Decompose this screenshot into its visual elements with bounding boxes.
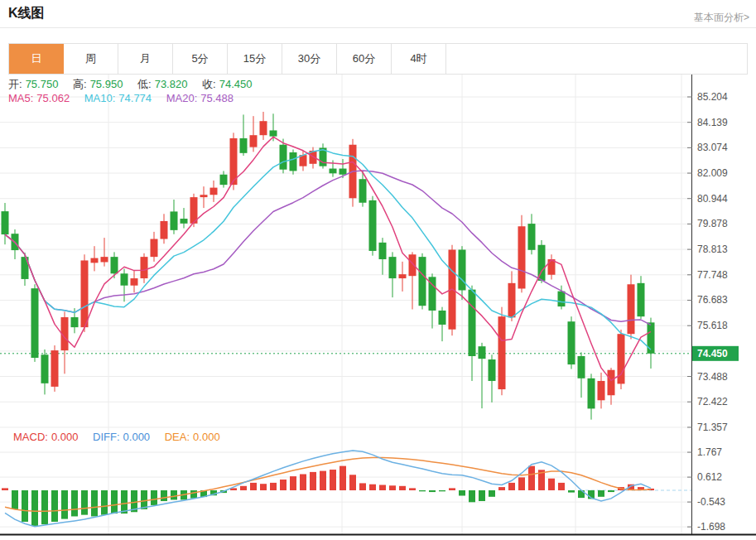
macd-bar-39 xyxy=(389,485,396,490)
axis-tick-label: 83.074 xyxy=(697,142,728,153)
macd-bar-16 xyxy=(161,490,167,501)
macd-label: MACD: xyxy=(13,431,48,443)
candle-49 xyxy=(489,354,496,403)
macd-bar-26 xyxy=(260,484,267,490)
macd-bar-14 xyxy=(141,490,147,509)
macd-bar-57 xyxy=(568,490,575,493)
candle-63 xyxy=(628,275,635,340)
candle-15 xyxy=(151,232,158,262)
macd-bar-17 xyxy=(171,490,177,499)
candle-64 xyxy=(638,276,645,319)
ma-legend: MA5:75.062 MA10:74.774 MA20:75.488 xyxy=(8,92,237,104)
tab-15min[interactable]: 15分 xyxy=(228,44,282,74)
macd-bar-43 xyxy=(429,490,436,492)
macd-bar-3 xyxy=(31,490,38,526)
candle-57 xyxy=(568,316,575,369)
candle-17 xyxy=(171,200,178,234)
macd-bar-48 xyxy=(479,490,485,501)
candle-50 xyxy=(498,307,506,396)
candle-58 xyxy=(578,352,585,398)
ma20-value: 75.488 xyxy=(200,92,234,104)
macd-bar-33 xyxy=(330,470,336,490)
low-label: 低: xyxy=(137,78,152,90)
candle-6 xyxy=(61,311,69,374)
axis-tick-label: -1.698 xyxy=(697,521,725,533)
macd-bar-0 xyxy=(2,488,8,490)
tab-month[interactable]: 月 xyxy=(118,44,173,74)
macd-bar-1 xyxy=(12,490,18,509)
macd-bar-61 xyxy=(608,490,614,492)
candle-37 xyxy=(369,196,377,256)
diff-value: 0.000 xyxy=(123,431,151,443)
tab-4hour[interactable]: 4时 xyxy=(392,44,446,74)
fundamental-analysis-link[interactable]: 基本面分析> xyxy=(694,11,749,25)
macd-bar-19 xyxy=(190,490,197,499)
macd-bar-42 xyxy=(419,490,426,491)
tab-week[interactable]: 周 xyxy=(64,44,118,74)
macd-bar-44 xyxy=(439,490,445,491)
axis-tick-label: 76.683 xyxy=(697,294,728,306)
candle-4 xyxy=(41,350,49,394)
header-divider xyxy=(0,27,756,28)
ma20-label: MA20: xyxy=(166,92,198,104)
low-value: 73.820 xyxy=(155,78,188,90)
interval-tabbar: 日周月5分15分30分60分4时 xyxy=(8,43,748,75)
candle-14 xyxy=(141,253,148,283)
ma5-label: MA5: xyxy=(8,92,33,104)
ma10-value: 74.774 xyxy=(118,92,152,104)
candle-55 xyxy=(548,254,556,279)
candle-53 xyxy=(528,214,536,254)
candle-42 xyxy=(419,253,426,310)
tab-day[interactable]: 日 xyxy=(9,44,64,74)
axis-tick-label: -0.543 xyxy=(697,496,725,508)
candle-48 xyxy=(479,343,486,408)
macd-bar-38 xyxy=(379,485,386,491)
macd-bar-60 xyxy=(598,490,604,497)
axis-tick-label: 84.139 xyxy=(697,117,728,128)
candle-29 xyxy=(290,149,297,174)
macd-bar-56 xyxy=(558,483,565,490)
axis-tick-label: 79.878 xyxy=(697,218,728,229)
tab-30min[interactable]: 30分 xyxy=(282,44,337,74)
macd-value: 0.000 xyxy=(51,431,79,443)
ma10-label: MA10: xyxy=(84,92,116,104)
kline-page: { "header": { "title": "K线图", "link_labe… xyxy=(0,0,756,540)
axis-tick-label: 82.009 xyxy=(697,167,728,179)
candle-10 xyxy=(101,238,108,267)
current-price-tag: 74.450 xyxy=(692,346,739,361)
high-value: 75.950 xyxy=(90,78,123,90)
candle-61 xyxy=(608,368,615,405)
ohlc-legend: 开:75.750 高:75.950 低:73.820 收:74.450 xyxy=(8,77,255,92)
macd-bar-28 xyxy=(280,480,287,490)
close-label: 收: xyxy=(202,78,216,90)
dea-label: DEA: xyxy=(165,431,190,443)
tab-60min[interactable]: 60分 xyxy=(337,44,392,74)
candle-32 xyxy=(320,143,327,168)
candle-65 xyxy=(648,318,655,369)
candle-25 xyxy=(250,116,258,152)
axis-tick-label: 1.767 xyxy=(697,446,722,458)
gridlines-layer xyxy=(0,75,691,535)
open-label: 开: xyxy=(8,78,22,90)
candle-1 xyxy=(12,229,19,259)
candle-5 xyxy=(51,345,59,392)
tab-5min[interactable]: 5分 xyxy=(173,44,228,74)
axis-tick-label: 73.488 xyxy=(697,371,728,383)
tabbar-filler xyxy=(446,44,747,74)
macd-bar-12 xyxy=(121,490,128,513)
macd-bar-45 xyxy=(449,488,455,490)
macd-bar-25 xyxy=(250,483,257,490)
candle-51 xyxy=(508,271,516,321)
macd-histogram-layer xyxy=(2,466,654,526)
macd-bar-24 xyxy=(240,486,247,490)
macd-bar-35 xyxy=(349,475,356,490)
candle-60 xyxy=(598,373,605,409)
macd-bar-34 xyxy=(339,466,346,490)
axis-tick-label: 85.204 xyxy=(697,91,728,103)
ma5-value: 75.062 xyxy=(36,92,70,104)
axis-tick-label: 78.813 xyxy=(697,243,728,255)
candle-24 xyxy=(240,114,248,156)
candle-62 xyxy=(618,330,625,389)
candle-12 xyxy=(121,269,128,302)
candle-46 xyxy=(459,246,466,300)
